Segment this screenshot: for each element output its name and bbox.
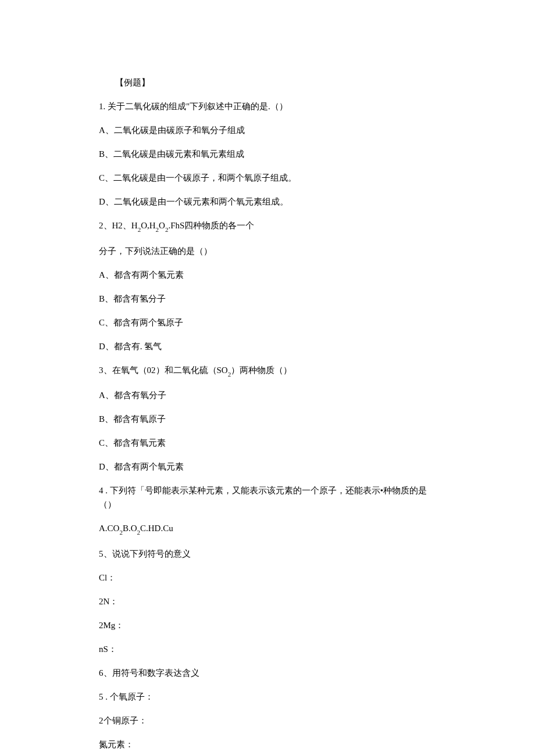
q3-option-a: A、都含有氧分子 <box>99 388 436 402</box>
q2-text-1: 2、H2、H <box>99 221 138 230</box>
q6-item-2: 2个铜原子： <box>99 714 436 728</box>
q4-opt-3: C.HD.Cu <box>140 524 173 533</box>
subscript: 2 <box>165 226 169 233</box>
q6-item-1: 5 . 个氧原子： <box>99 690 436 704</box>
q1-option-c: C、二氧化碳是由一个碳原子，和两个氧原子组成。 <box>99 171 436 185</box>
q2-option-d: D、都含有. 氢气 <box>99 339 436 353</box>
q3-text-1: 3、在氧气（02）和二氧化硫（SO <box>99 366 228 375</box>
q5-item-2: 2N： <box>99 594 436 608</box>
subscript: 2 <box>156 226 159 233</box>
q5-header: 5、说说下列符号的意义 <box>99 547 436 561</box>
q3-text-2: ）两种物质（） <box>231 366 292 375</box>
section-header: 【例题】 <box>99 76 436 89</box>
q2-option-c: C、都含有两个氢原子 <box>99 316 436 329</box>
q1-option-a: A、二氧化碳是由碳原子和氧分子组成 <box>99 123 436 137</box>
q1-option-b: B、二氧化碳是由碳元素和氧元素组成 <box>99 147 436 161</box>
q4-opt-2: B.O <box>123 524 137 533</box>
q4-options: A.CO2B.O2C.HD.Cu <box>99 521 436 537</box>
q2-text-4: .FhS四种物质的各一个 <box>168 221 254 230</box>
q3-option-b: B、都含有氧原子 <box>99 412 436 426</box>
q4-stem: 4 . 下列符「号即能表示某种元素，又能表示该元素的一个原子，还能表示•种物质的… <box>99 483 436 511</box>
q5-item-4: nS： <box>99 642 436 656</box>
subscript: 2 <box>119 529 123 536</box>
q2-stem-line1: 2、H2、H2O,H2O2.FhS四种物质的各一个 <box>99 218 436 234</box>
q3-option-c: C、都含有氧元素 <box>99 436 436 450</box>
subscript: 2 <box>228 371 231 378</box>
q6-item-3: 氮元素： <box>99 737 436 751</box>
q6-header: 6、用符号和数字表达含义 <box>99 666 436 680</box>
q5-item-1: Cl： <box>99 571 436 585</box>
q2-text-2: O,H <box>141 221 155 230</box>
subscript: 2 <box>138 226 141 233</box>
q1-stem: 1. 关于二氧化碳的组成"下列叙述中正确的是.（） <box>99 99 436 113</box>
q3-option-d: D、都含有两个氧元素 <box>99 460 436 474</box>
q2-option-b: B、都含有氢分子 <box>99 292 436 306</box>
q1-option-d: D、二氧化碳是由一个碳元素和两个氧元素组成。 <box>99 195 436 209</box>
q2-option-a: A、都含有两个氢元素 <box>99 268 436 282</box>
q3-stem: 3、在氧气（02）和二氧化硫（SO2）两种物质（） <box>99 363 436 379</box>
q5-item-3: 2Mg： <box>99 618 436 632</box>
q2-stem-line2: 分子，下列说法正确的是（） <box>99 244 436 258</box>
subscript: 2 <box>137 529 141 536</box>
q2-text-3: O <box>159 221 165 230</box>
q4-opt-1: A.CO <box>99 524 119 533</box>
